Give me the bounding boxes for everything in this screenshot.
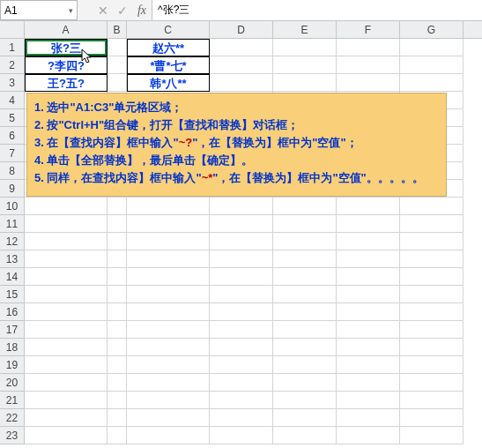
cell-G23[interactable] [400, 427, 463, 444]
cell-B18[interactable] [108, 339, 127, 356]
row-header-14[interactable]: 14 [0, 268, 25, 286]
cell-E16[interactable] [273, 303, 337, 321]
cell-B16[interactable] [108, 303, 127, 321]
row-header-21[interactable]: 21 [0, 392, 25, 409]
cell-E22[interactable] [273, 409, 337, 427]
cell-B19[interactable] [108, 356, 127, 374]
cell-G15[interactable] [400, 286, 463, 303]
row-header-22[interactable]: 22 [0, 409, 25, 427]
cell-A21[interactable] [25, 392, 108, 409]
row-header-16[interactable]: 16 [0, 303, 25, 321]
cell-G17[interactable] [400, 321, 463, 339]
cell-A17[interactable] [25, 321, 108, 339]
cell-D11[interactable] [210, 215, 273, 233]
cell-C13[interactable] [127, 250, 210, 268]
cell-B22[interactable] [108, 409, 127, 427]
cell-A19[interactable] [25, 356, 108, 374]
cell-E21[interactable] [273, 392, 337, 409]
cell-E12[interactable] [273, 233, 337, 250]
cell-G18[interactable] [400, 339, 463, 356]
col-header-A[interactable]: A [25, 21, 108, 38]
cell-D12[interactable] [210, 233, 273, 250]
cell-C20[interactable] [127, 374, 210, 392]
cell-A13[interactable] [25, 250, 108, 268]
cell-A15[interactable] [25, 286, 108, 303]
row-header-12[interactable]: 12 [0, 233, 25, 250]
cell-C17[interactable] [127, 321, 210, 339]
cell-B20[interactable] [108, 374, 127, 392]
row-header-17[interactable]: 17 [0, 321, 25, 339]
cell-B12[interactable] [108, 233, 127, 250]
row-header-8[interactable]: 8 [0, 162, 25, 180]
cell-D1[interactable] [210, 39, 273, 56]
cell-A18[interactable] [25, 339, 108, 356]
cell-F21[interactable] [337, 392, 400, 409]
cell-B15[interactable] [108, 286, 127, 303]
cell-F11[interactable] [337, 215, 400, 233]
cell-A22[interactable] [25, 409, 108, 427]
cell-B21[interactable] [108, 392, 127, 409]
row-header-4[interactable]: 4 [0, 92, 25, 109]
select-all-corner[interactable] [0, 21, 25, 38]
cell-D22[interactable] [210, 409, 273, 427]
cell-C21[interactable] [127, 392, 210, 409]
cell-D13[interactable] [210, 250, 273, 268]
cell-F23[interactable] [337, 427, 400, 444]
cell-G12[interactable] [400, 233, 463, 250]
row-header-7[interactable]: 7 [0, 145, 25, 162]
cell-A11[interactable] [25, 215, 108, 233]
cell-E15[interactable] [273, 286, 337, 303]
cell-E2[interactable] [273, 56, 337, 74]
cell-C19[interactable] [127, 356, 210, 374]
cell-E19[interactable] [273, 356, 337, 374]
cell-A3[interactable]: 王?五? [25, 74, 108, 92]
row-header-13[interactable]: 13 [0, 250, 25, 268]
formula-bar-input[interactable]: ^张?三 [152, 0, 482, 20]
cell-B23[interactable] [108, 427, 127, 444]
cell-E14[interactable] [273, 268, 337, 286]
row-header-11[interactable]: 11 [0, 215, 25, 233]
col-header-B[interactable]: B [108, 21, 127, 38]
row-header-23[interactable]: 23 [0, 427, 25, 444]
cell-B3[interactable] [108, 74, 127, 92]
row-header-10[interactable]: 10 [0, 198, 25, 215]
cell-G10[interactable] [400, 198, 463, 215]
cell-F13[interactable] [337, 250, 400, 268]
name-box-dropdown-icon[interactable]: ▾ [69, 6, 73, 15]
cell-F17[interactable] [337, 321, 400, 339]
cell-A16[interactable] [25, 303, 108, 321]
row-header-20[interactable]: 20 [0, 374, 25, 392]
row-header-15[interactable]: 15 [0, 286, 25, 303]
col-header-G[interactable]: G [400, 21, 463, 38]
cell-A12[interactable] [25, 233, 108, 250]
cell-C12[interactable] [127, 233, 210, 250]
cell-A23[interactable] [25, 427, 108, 444]
row-header-5[interactable]: 5 [0, 109, 25, 127]
cell-D17[interactable] [210, 321, 273, 339]
cell-E23[interactable] [273, 427, 337, 444]
cell-F16[interactable] [337, 303, 400, 321]
cell-A2[interactable]: ?李四? [25, 56, 108, 74]
cell-D16[interactable] [210, 303, 273, 321]
cell-C22[interactable] [127, 409, 210, 427]
cell-B14[interactable] [108, 268, 127, 286]
cell-C2[interactable]: *曹*七* [127, 56, 210, 74]
cell-E11[interactable] [273, 215, 337, 233]
cell-D15[interactable] [210, 286, 273, 303]
name-box[interactable]: A1 ▾ [0, 0, 78, 20]
cell-G3[interactable] [400, 74, 463, 92]
row-header-18[interactable]: 18 [0, 339, 25, 356]
row-header-3[interactable]: 3 [0, 74, 25, 92]
cell-B17[interactable] [108, 321, 127, 339]
cell-G11[interactable] [400, 215, 463, 233]
cell-F22[interactable] [337, 409, 400, 427]
cell-D3[interactable] [210, 74, 273, 92]
row-header-19[interactable]: 19 [0, 356, 25, 374]
cell-D18[interactable] [210, 339, 273, 356]
cell-C14[interactable] [127, 268, 210, 286]
cell-B10[interactable] [108, 198, 127, 215]
row-header-6[interactable]: 6 [0, 127, 25, 145]
fx-icon[interactable]: fx [132, 4, 152, 18]
cell-A14[interactable] [25, 268, 108, 286]
cell-D19[interactable] [210, 356, 273, 374]
